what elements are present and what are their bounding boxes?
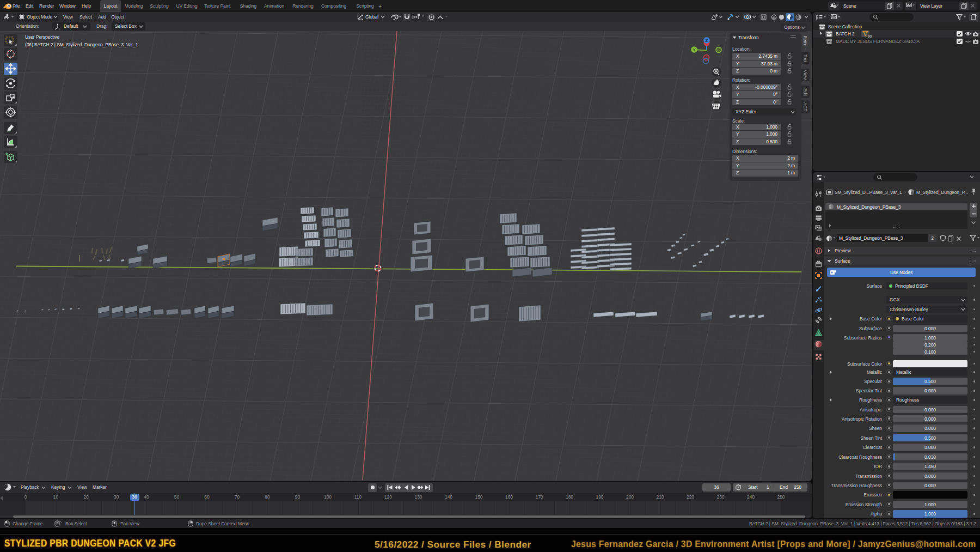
svg-text:Z: Z	[706, 38, 708, 43]
svg-text:Y: Y	[693, 47, 696, 52]
svg-text:99: 99	[868, 34, 872, 38]
